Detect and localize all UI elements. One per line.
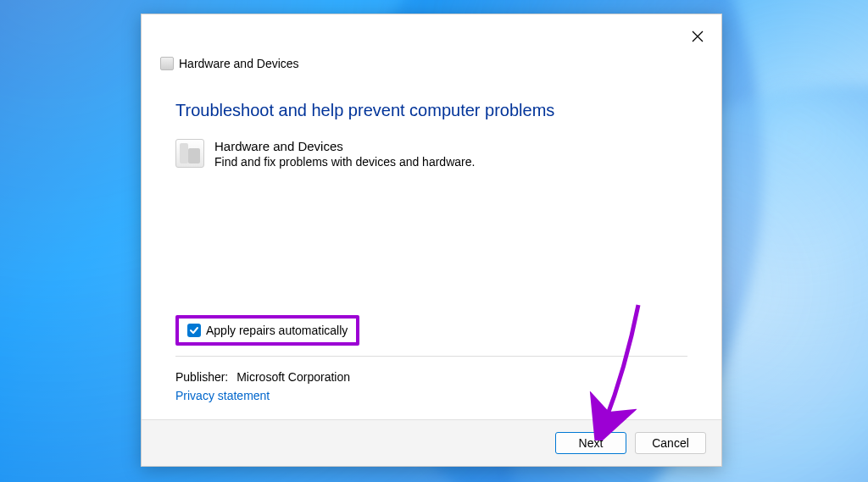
publisher-info: Publisher: Microsoft Corporation: [175, 370, 687, 384]
privacy-statement-link[interactable]: Privacy statement: [175, 389, 687, 402]
checkmark-icon: [189, 325, 199, 335]
troubleshooter-dialog: Hardware and Devices Troubleshoot and he…: [141, 14, 722, 467]
publisher-value: Microsoft Corporation: [236, 370, 350, 384]
item-title: Hardware and Devices: [214, 139, 475, 153]
close-button[interactable]: [684, 23, 711, 50]
apply-repairs-checkbox[interactable]: [187, 324, 201, 337]
close-icon: [692, 30, 704, 42]
divider: [175, 356, 687, 357]
next-button[interactable]: Next: [555, 432, 626, 454]
publisher-label: Publisher:: [175, 370, 228, 384]
dialog-footer: Next Cancel: [142, 419, 721, 466]
hardware-icon: [175, 139, 204, 168]
main-heading: Troubleshoot and help prevent computer p…: [175, 101, 687, 120]
dialog-title: Hardware and Devices: [179, 57, 299, 70]
troubleshooter-item: Hardware and Devices Find and fix proble…: [175, 139, 687, 169]
annotation-highlight-box: Apply repairs automatically: [175, 315, 359, 346]
cancel-button[interactable]: Cancel: [635, 432, 706, 454]
apply-repairs-label: Apply repairs automatically: [206, 324, 348, 337]
item-description: Find and fix problems with devices and h…: [214, 155, 475, 169]
spacer: [175, 169, 687, 315]
troubleshooter-icon: [160, 57, 174, 70]
dialog-header: Hardware and Devices: [142, 14, 721, 79]
dialog-body: Troubleshoot and help prevent computer p…: [142, 79, 721, 419]
item-text: Hardware and Devices Find and fix proble…: [214, 139, 475, 169]
